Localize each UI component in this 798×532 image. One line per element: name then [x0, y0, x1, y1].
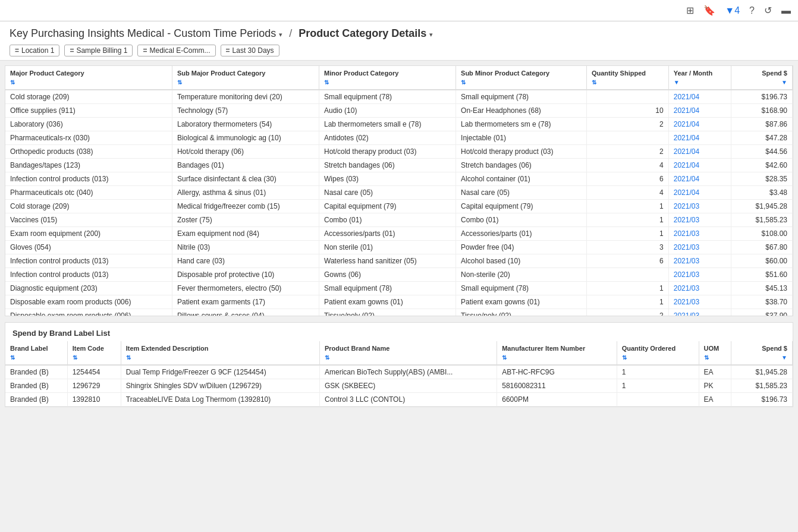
menu-icon[interactable]: ▬ [779, 4, 793, 17]
table-cell[interactable]: 2021/04 [668, 145, 731, 159]
table-cell: Infection control products (013) [5, 268, 172, 282]
main-table-section: Major Product Category ⇅ Sub Major Produ… [5, 65, 793, 316]
table-cell: Laboratory (036) [5, 118, 172, 131]
list-item: Branded (B)1296729Shingrix Shingles SDV … [5, 379, 793, 393]
sort-minor-icon[interactable]: ⇅ [324, 79, 329, 86]
apps-icon[interactable]: ⊞ [684, 4, 696, 17]
table-cell: Capital equipment (79) [319, 200, 456, 213]
table-cell: Cold storage (209) [5, 90, 172, 104]
table-cell: 4 [586, 186, 668, 200]
table-cell[interactable]: 2021/04 [668, 159, 731, 172]
table-cell: Pharmaceuticals otc (040) [5, 186, 172, 200]
table-row: Disposable exam room products (006)Patie… [5, 295, 793, 309]
table-cell: Orthopedic products (038) [5, 145, 172, 159]
sort-sub-major-icon[interactable]: ⇅ [177, 79, 182, 86]
sort-product-brand-icon[interactable]: ⇅ [325, 354, 329, 361]
brand-cell: Shingrix Shingles SDV w/Diluen (1296729) [121, 379, 319, 393]
brand-cell: Branded (B) [5, 365, 67, 379]
filter-location-label: Location 1 [21, 46, 54, 55]
table-cell[interactable]: 2021/04 [668, 186, 731, 200]
table-cell: $196.73 [731, 90, 792, 104]
sort-brand-spend-icon[interactable]: ▼ [781, 354, 787, 361]
sort-year-icon[interactable]: ▼ [674, 79, 680, 86]
filter-chip-location[interactable]: = Location 1 [10, 45, 59, 56]
brand-table-container[interactable]: Brand Label ⇅ Item Code ⇅ Item Extended … [5, 341, 793, 407]
col-sub-major: Sub Major Product Category ⇅ [172, 66, 319, 90]
brand-cell: GSK (SKBEEC) [319, 379, 497, 393]
table-cell[interactable]: 2021/03 [668, 309, 731, 316]
sort-item-code-icon[interactable]: ⇅ [73, 354, 77, 361]
table-cell: Tissue/poly (02) [319, 309, 456, 316]
sort-item-desc-icon[interactable]: ⇅ [126, 354, 131, 361]
breadcrumb2[interactable]: Product Category Details [299, 27, 426, 39]
table-cell[interactable]: 2021/03 [668, 295, 731, 309]
table-cell: 6 [586, 172, 668, 186]
col-sub-minor: Sub Minor Product Category ⇅ [456, 66, 587, 90]
table-cell[interactable]: 2021/03 [668, 254, 731, 268]
sort-major-icon[interactable]: ⇅ [10, 79, 15, 86]
help-icon[interactable]: ? [747, 4, 757, 17]
table-cell[interactable]: 2021/04 [668, 118, 731, 131]
main-table-container[interactable]: Major Product Category ⇅ Sub Major Produ… [5, 66, 793, 316]
table-cell: Surface disinfectant & clea (30) [172, 172, 319, 186]
table-cell: $67.80 [731, 241, 792, 254]
table-cell[interactable]: 2021/03 [668, 213, 731, 227]
sort-mfr-item-icon[interactable]: ⇅ [502, 354, 507, 361]
filter-chip-billing[interactable]: = Sample Billing 1 [64, 45, 133, 56]
brand-section: Spend by Brand Label List Brand Label ⇅ … [5, 322, 793, 407]
table-cell[interactable]: 2021/04 [668, 172, 731, 186]
breadcrumb2-arrow[interactable]: ▾ [429, 31, 433, 38]
table-cell: Small equipment (78) [456, 282, 587, 295]
table-cell: Combo (01) [456, 213, 587, 227]
table-cell[interactable]: 2021/04 [668, 131, 731, 145]
table-cell[interactable]: 2021/03 [668, 241, 731, 254]
table-cell[interactable]: 2021/03 [668, 268, 731, 282]
table-cell[interactable]: 2021/04 [668, 104, 731, 118]
sort-sub-minor-icon[interactable]: ⇅ [461, 79, 466, 86]
table-cell[interactable]: 2021/03 [668, 200, 731, 213]
table-cell: Exam room equipment (200) [5, 227, 172, 241]
table-row: Infection control products (013)Hand car… [5, 254, 793, 268]
table-cell: Fever thermometers, electro (50) [172, 282, 319, 295]
table-cell: Lab thermometers sm e (78) [456, 118, 587, 131]
table-cell: $60.00 [731, 254, 792, 268]
breadcrumb1[interactable]: Custom Time Periods [174, 27, 276, 39]
refresh-icon[interactable]: ↺ [762, 4, 774, 17]
sort-spend-icon[interactable]: ▼ [781, 79, 787, 86]
table-row: Bandages/tapes (123)Bandages (01)Stretch… [5, 159, 793, 172]
table-cell: $1,945.28 [731, 200, 792, 213]
filter-chip-ecomm[interactable]: = Medical E-Comm... [137, 45, 215, 56]
sort-brand-label-icon[interactable]: ⇅ [10, 354, 15, 361]
table-cell: Infection control products (013) [5, 172, 172, 186]
sort-qty-icon[interactable]: ⇅ [592, 79, 596, 86]
filter-chip-time[interactable]: = Last 30 Days [221, 45, 279, 56]
col-year-month: Year / Month ▼ [668, 66, 731, 90]
table-cell: 1 [586, 213, 668, 227]
breadcrumb1-arrow[interactable]: ▾ [279, 31, 282, 38]
table-cell[interactable]: 2021/03 [668, 227, 731, 241]
table-row: Infection control products (013)Disposab… [5, 268, 793, 282]
brand-cell: 58160082311 [497, 379, 617, 393]
table-cell: Small equipment (78) [319, 90, 456, 104]
table-row: Pharmaceuticals-rx (030)Biological & imm… [5, 131, 793, 145]
table-cell: Hand care (03) [172, 254, 319, 268]
table-row: Infection control products (013)Surface … [5, 172, 793, 186]
table-cell: Combo (01) [319, 213, 456, 227]
table-cell: Nasal care (05) [319, 186, 456, 200]
bookmark-icon[interactable]: 🔖 [701, 4, 718, 17]
table-cell[interactable]: 2021/03 [668, 282, 731, 295]
table-cell: 1 [586, 295, 668, 309]
col-qty: Quantity Shipped ⇅ [586, 66, 668, 90]
filter-icon[interactable]: ▼4 [722, 4, 742, 17]
sort-uom-icon[interactable]: ⇅ [704, 354, 709, 361]
table-cell: Bandages/tapes (123) [5, 159, 172, 172]
main-table: Major Product Category ⇅ Sub Major Produ… [5, 66, 793, 316]
filter-billing-label: Sample Billing 1 [76, 46, 127, 55]
table-cell: Cold storage (209) [5, 200, 172, 213]
table-cell: Patient exam gowns (01) [456, 295, 587, 309]
brand-cell: Branded (B) [5, 379, 67, 393]
sort-qty-ordered-icon[interactable]: ⇅ [622, 354, 627, 361]
table-cell[interactable]: 2021/04 [668, 90, 731, 104]
table-cell: $38.70 [731, 295, 792, 309]
table-cell: Vaccines (015) [5, 213, 172, 227]
